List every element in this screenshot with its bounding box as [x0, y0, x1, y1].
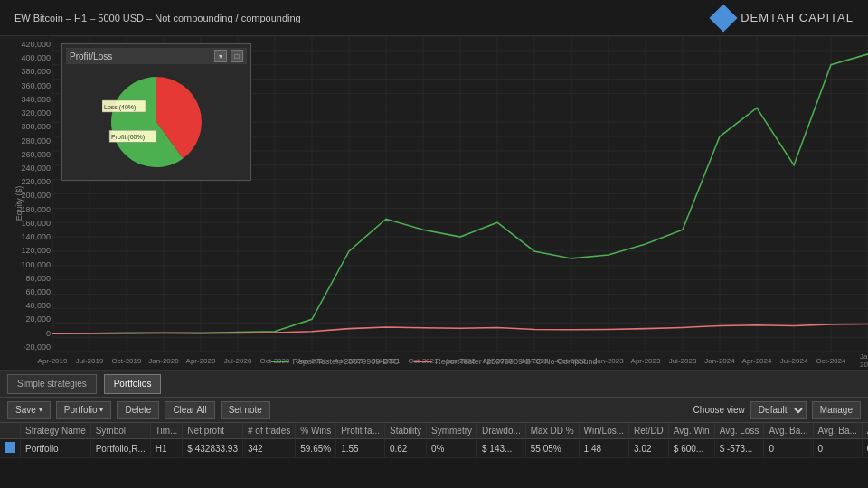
y-axis-label: 400,000 — [4, 53, 51, 62]
table-cell-9: 0% — [426, 439, 476, 458]
logo: DEMTAH CAPITAL — [713, 8, 854, 28]
y-axis-label: 80,000 — [4, 274, 51, 283]
logo-diamond — [710, 4, 738, 32]
table-cell-8: 0.62 — [384, 439, 426, 458]
manage-button[interactable]: Manage — [812, 401, 861, 419]
table-row: PortfolioPortfolio,R...H1$ 432833.933425… — [0, 439, 868, 458]
table-cell-15: $ -573... — [714, 439, 764, 458]
y-axis-label: 0 — [4, 329, 51, 338]
y-axis: 420,000400,000380,000360,000340,000320,0… — [0, 36, 52, 370]
portfolio-arrow: ▾ — [99, 406, 103, 414]
table-cell-18: 0 — [862, 439, 868, 458]
y-axis-label: -20,000 — [4, 343, 51, 352]
table-cell-17: 0 — [813, 439, 862, 458]
pie-expand-btn[interactable]: □ — [231, 50, 243, 62]
pie-widget-title: Profit/Loss — [70, 52, 112, 61]
table-cell-13: 3.02 — [629, 439, 669, 458]
table-col-4: Net profit — [183, 423, 243, 439]
table-col-10: Drawdo... — [476, 423, 525, 439]
table-cell-5: 342 — [242, 439, 295, 458]
x-axis-label: Jul-2024 — [780, 357, 808, 365]
view-select[interactable]: Default — [750, 401, 807, 419]
legend-line-green — [270, 361, 288, 362]
logo-text: DEMTAH CAPITAL — [741, 11, 854, 24]
y-axis-label: 220,000 — [4, 177, 51, 186]
y-axis-label: 340,000 — [4, 95, 51, 104]
table-col-12: Win/Los... — [579, 423, 628, 439]
table-cell-7: 1.55 — [336, 439, 385, 458]
pie-chart: Loss (40%)Profit (60%) — [102, 68, 211, 176]
y-axis-label: 200,000 — [4, 191, 51, 200]
table-cell-6: 59.65% — [296, 439, 336, 458]
y-axis-label: 140,000 — [4, 232, 51, 241]
y-axis-label: 300,000 — [4, 122, 51, 131]
x-axis-label: Jul-2019 — [76, 357, 104, 365]
page-title: EW Bitcoin – H1 – 5000 USD – Not compoun… — [14, 13, 301, 23]
x-axis-label: Oct-2019 — [112, 357, 142, 365]
header: EW Bitcoin – H1 – 5000 USD – Not compoun… — [0, 0, 868, 36]
pie-container: Loss (40%)Profit (60%) — [66, 68, 247, 176]
legend-label-green: ReportTester+25079909-BTC — [292, 357, 399, 366]
tab-simple-strategies[interactable]: Simple strategies — [7, 374, 97, 394]
table-col-11: Max DD % — [525, 423, 579, 439]
choose-view-label: Choose view — [693, 405, 745, 415]
table-col-16: Avg. Ba... — [764, 423, 813, 439]
y-axis-label: 180,000 — [4, 205, 51, 214]
table-col-5: # of trades — [242, 423, 295, 439]
table-cell-16: 0 — [764, 439, 813, 458]
table-cell-1: Portfolio — [21, 439, 91, 458]
legend-line-red — [413, 361, 431, 362]
pie-widget: Profit/Loss ▾ □ Loss (40%)Profit (60%) — [61, 43, 251, 181]
y-axis-label: 420,000 — [4, 40, 51, 49]
y-axis-label: 120,000 — [4, 246, 51, 255]
save-label: Save — [15, 405, 36, 415]
y-axis-label: 60,000 — [4, 287, 51, 296]
table-col-18: Avg. Ba... — [862, 423, 868, 439]
y-axis-label: 40,000 — [4, 301, 51, 310]
y-axis-label: 280,000 — [4, 136, 51, 145]
x-axis-label: Apr-2024 — [742, 357, 772, 365]
clear-all-button[interactable]: Clear All — [165, 401, 214, 419]
y-axis-label: 360,000 — [4, 81, 51, 90]
x-axis-label: Apr-2023 — [631, 357, 661, 365]
svg-text:Profit (60%): Profit (60%) — [111, 134, 145, 141]
delete-button[interactable]: Delete — [117, 401, 159, 419]
table-col-0 — [0, 423, 21, 439]
x-axis-label: Jan-2024 — [704, 357, 734, 365]
chart-area: Equity ($) 420,000400,000380,000360,0003… — [0, 36, 868, 371]
y-axis-label: 260,000 — [4, 150, 51, 159]
table-col-1: Strategy Name — [21, 423, 91, 439]
table-col-2: Symbol — [90, 423, 150, 439]
pie-dropdown-btn[interactable]: ▾ — [214, 50, 227, 62]
legend-label-red: ReportTester+25079909-BTC-No-Compound — [435, 357, 597, 366]
x-axis-label: Jul-2023 — [669, 357, 697, 365]
save-button[interactable]: Save ▾ — [7, 401, 51, 419]
table-col-6: % Wins — [296, 423, 336, 439]
right-controls: Choose view Default Manage — [693, 401, 861, 419]
tabs-toolbar: Simple strategies Portfolios — [0, 371, 868, 398]
table-header-row: Strategy NameSymbolTim...Net profit# of … — [0, 423, 868, 439]
table-col-7: Profit fa... — [336, 423, 385, 439]
table-col-9: Symmetry — [426, 423, 476, 439]
table-col-15: Avg. Loss — [714, 423, 764, 439]
y-axis-label: 240,000 — [4, 164, 51, 173]
x-axis-label: Oct-2024 — [816, 357, 846, 365]
row-checkbox[interactable] — [5, 442, 15, 453]
chart-legend: ReportTester+25079909-BTC ReportTester+2… — [270, 357, 597, 366]
portfolio-label: Portfolio — [64, 405, 98, 415]
legend-item-green: ReportTester+25079909-BTC — [270, 357, 399, 366]
table-cell-0[interactable] — [0, 439, 21, 458]
table-cell-4: $ 432833.93 — [183, 439, 243, 458]
tab-portfolios[interactable]: Portfolios — [104, 374, 162, 394]
x-axis-label: Apr-2020 — [186, 357, 216, 365]
y-axis-label: 160,000 — [4, 219, 51, 228]
set-note-button[interactable]: Set note — [221, 401, 270, 419]
x-axis-label: Jan-2023 — [593, 357, 623, 365]
table-col-14: Avg. Win — [668, 423, 714, 439]
action-toolbar: Save ▾ Portfolio ▾ Delete Clear All Set … — [0, 398, 868, 423]
x-axis-label: Jul-2020 — [224, 357, 252, 365]
portfolio-button[interactable]: Portfolio ▾ — [56, 401, 112, 419]
legend-item-red: ReportTester+25079909-BTC-No-Compound — [413, 357, 597, 366]
table-col-3: Tim... — [150, 423, 183, 439]
table-col-13: Ret/DD — [629, 423, 669, 439]
